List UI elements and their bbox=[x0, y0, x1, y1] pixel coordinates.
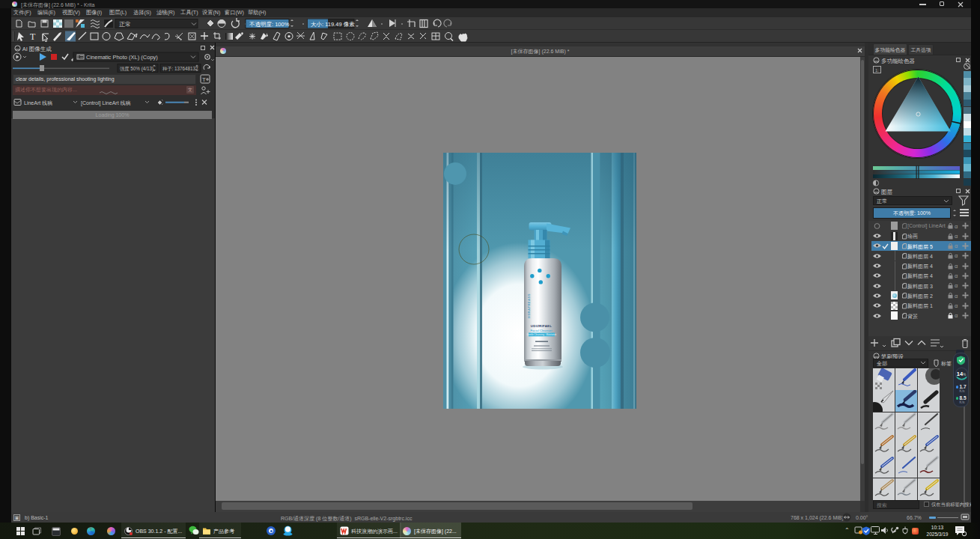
svg-text:大小: 119.49 像素: 大小: 119.49 像素 bbox=[311, 21, 355, 28]
svg-text:Facial Cleanser: Facial Cleanser bbox=[530, 329, 553, 332]
svg-text:T: T bbox=[202, 76, 206, 83]
svg-text:不透明度: 100%: 不透明度: 100% bbox=[249, 21, 290, 28]
svg-text:[Control] LineArt 线稿: [Control] LineArt 线稿 bbox=[81, 100, 131, 106]
svg-text:种子: 137648132: 种子: 137648132 bbox=[162, 66, 198, 72]
svg-text:Cinematic Photo (XL) (Copy): Cinematic Photo (XL) (Copy) bbox=[86, 54, 158, 61]
svg-text:Gentle Cleansing · Moisturize: Gentle Cleansing · Moisturize bbox=[527, 333, 557, 336]
svg-text:LineArt 线稿: LineArt 线稿 bbox=[24, 100, 52, 106]
svg-text:T: T bbox=[30, 31, 36, 42]
svg-text:HSRAFREASS: HSRAFREASS bbox=[527, 293, 531, 318]
svg-text:强度 50% (4/13): 强度 50% (4/13) bbox=[120, 66, 153, 72]
svg-text:UDIZRIFAEL: UDIZRIFAEL bbox=[531, 324, 552, 328]
svg-text:正常: 正常 bbox=[119, 21, 131, 28]
